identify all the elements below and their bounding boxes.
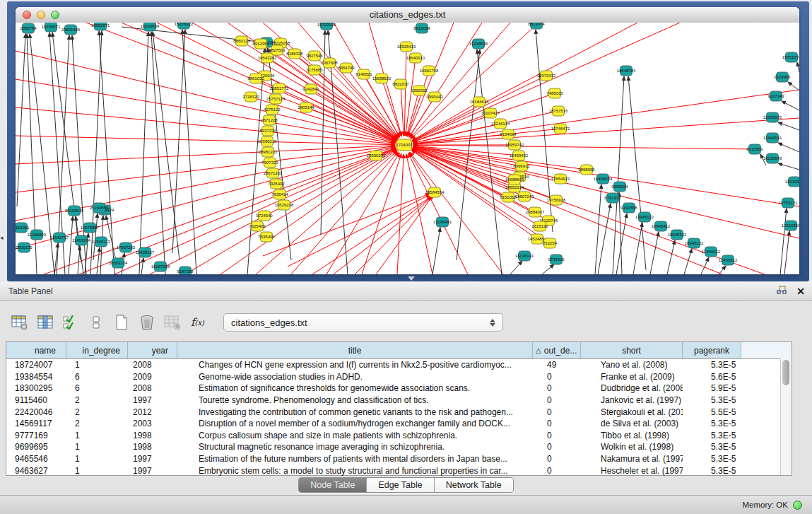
network-edge-black[interactable]	[141, 258, 143, 274]
table-row[interactable]: 977716911998Corpus callosum shape and si…	[6, 430, 792, 442]
network-node[interactable]: 7485033	[546, 88, 563, 98]
network-node[interactable]: 12444151	[763, 133, 782, 143]
network-node[interactable]: 9827546	[306, 51, 323, 61]
network-node[interactable]: 9129966	[774, 72, 791, 82]
column-header-in_degree[interactable]: in_degree	[66, 342, 128, 358]
network-edge-red[interactable]	[16, 107, 395, 144]
network-edge-black[interactable]	[78, 246, 80, 274]
selection-checks-icon[interactable]	[61, 313, 80, 332]
network-node[interactable]: 1733426	[548, 255, 565, 264]
network-node[interactable]: 9146821	[355, 69, 372, 79]
network-node[interactable]: 28981332	[259, 147, 278, 157]
table-row[interactable]: 946362711997Embryonic stem cells: a mode…	[6, 465, 792, 477]
network-node[interactable]: 8860123	[233, 36, 250, 46]
network-node[interactable]: 18959742	[505, 140, 524, 150]
network-edge-black[interactable]	[17, 34, 25, 206]
network-node[interactable]: 9115051	[16, 223, 30, 233]
network-edge-red[interactable]	[362, 153, 401, 274]
network-edge-black[interactable]	[139, 32, 148, 274]
network-edge-red[interactable]	[376, 195, 433, 274]
network-node[interactable]: 2718120	[242, 92, 259, 102]
zoom-window-button[interactable]	[51, 11, 59, 19]
network-edge-red[interactable]	[16, 51, 395, 143]
network-edge-red[interactable]	[410, 152, 503, 274]
network-node[interactable]: 15751074	[782, 52, 799, 62]
network-node[interactable]: 8813074	[528, 23, 545, 29]
network-node[interactable]: 12450212	[702, 247, 721, 257]
network-node[interactable]: 9990443	[426, 92, 443, 102]
network-edge-red[interactable]	[312, 197, 431, 274]
network-edge-red[interactable]	[114, 148, 396, 274]
network-node[interactable]: 7907333	[261, 158, 278, 168]
network-node[interactable]: 8096912	[513, 161, 530, 171]
network-node[interactable]: 9227343	[767, 91, 784, 101]
network-node[interactable]: 10753121	[779, 198, 798, 208]
table-row[interactable]: 2242004622012Investigating the contribut…	[6, 406, 792, 418]
network-edge-black[interactable]	[797, 62, 799, 72]
network-node[interactable]: 18325419	[397, 42, 416, 52]
table-vertical-scrollbar[interactable]	[780, 358, 792, 475]
network-graph[interactable]: 2055784190355712069140610552871160338091…	[16, 23, 799, 274]
network-node[interactable]: 12010356	[782, 221, 799, 230]
network-node[interactable]: 10552871	[91, 23, 110, 30]
network-edge-black[interactable]	[778, 163, 799, 170]
network-node[interactable]: 1724007	[396, 139, 413, 151]
network-edge-red[interactable]	[407, 71, 429, 136]
network-node[interactable]: 14136141	[515, 251, 534, 261]
network-edge-red[interactable]	[413, 145, 755, 149]
network-node[interactable]: 20691406	[61, 25, 81, 35]
network-edge-red[interactable]	[397, 154, 404, 274]
network-edge-black[interactable]	[650, 232, 659, 274]
network-node[interactable]: 9898995	[578, 165, 595, 175]
network-edge-red[interactable]	[413, 23, 680, 141]
network-edge-black[interactable]	[613, 76, 624, 274]
network-edge-black[interactable]	[633, 223, 642, 274]
network-node[interactable]: 10746472	[551, 124, 570, 134]
network-edge-black[interactable]	[628, 76, 646, 270]
network-node[interactable]: 16187258	[151, 262, 170, 271]
network-node[interactable]: 10945412	[652, 221, 671, 231]
close-panel-icon[interactable]: ✕	[796, 286, 805, 297]
network-node[interactable]: 18757516	[549, 106, 568, 116]
row-height-icon[interactable]	[86, 313, 105, 332]
memory-ok-icon[interactable]	[793, 501, 802, 510]
column-header-out_de[interactable]: △out_de...	[533, 342, 581, 358]
network-node[interactable]: 11942737	[50, 233, 69, 243]
network-edge-red[interactable]	[413, 76, 546, 141]
network-edge-black[interactable]	[510, 261, 522, 274]
table-row[interactable]: 1872400712008Changes of HCN gene express…	[6, 359, 792, 371]
network-node[interactable]: 16648784	[617, 66, 636, 76]
network-edge-black[interactable]	[778, 122, 799, 130]
network-node[interactable]: 16409354	[594, 174, 613, 184]
network-edge-red[interactable]	[334, 197, 432, 274]
table-row[interactable]: 1830029562008Estimation of significance …	[6, 382, 792, 395]
network-edge-black[interactable]	[719, 266, 726, 274]
network-node[interactable]: 8454749	[338, 63, 355, 73]
network-edge-red[interactable]	[288, 194, 430, 267]
network-node[interactable]: 10958127	[136, 247, 155, 257]
function-builder-icon[interactable]: f(x)	[188, 313, 207, 332]
network-node[interactable]: 9958924	[611, 182, 628, 192]
network-node[interactable]: 10390219	[258, 136, 277, 146]
network-node[interactable]: 252254	[543, 238, 558, 248]
table-row[interactable]: 946554611997Estimation of the future num…	[6, 453, 792, 465]
network-node[interactable]: 15459432	[510, 151, 529, 160]
table-row[interactable]: 1456911722003Disruption of a novel membe…	[6, 418, 792, 430]
network-edge-red[interactable]	[401, 84, 404, 136]
network-node[interactable]: 16210643	[763, 153, 782, 163]
tab-network-table[interactable]: Network Table	[435, 478, 513, 492]
network-edge-black[interactable]	[182, 30, 196, 274]
network-node[interactable]: 3175685	[306, 65, 323, 75]
network-edge-red[interactable]	[408, 23, 454, 136]
tab-edge-table[interactable]: Edge Table	[367, 478, 434, 492]
network-node[interactable]: 12093572	[763, 112, 782, 122]
network-edge-black[interactable]	[69, 216, 73, 274]
network-node[interactable]: 8822037	[392, 79, 409, 89]
network-node[interactable]: 7635404	[258, 232, 275, 242]
network-edge-black[interactable]	[153, 32, 180, 260]
network-node[interactable]: 9187258	[177, 267, 194, 274]
network-node[interactable]: 5905135	[16, 243, 33, 252]
show-columns-icon[interactable]	[35, 313, 54, 332]
network-node[interactable]: 9724540	[256, 211, 273, 221]
column-header-title[interactable]: title	[177, 342, 533, 358]
